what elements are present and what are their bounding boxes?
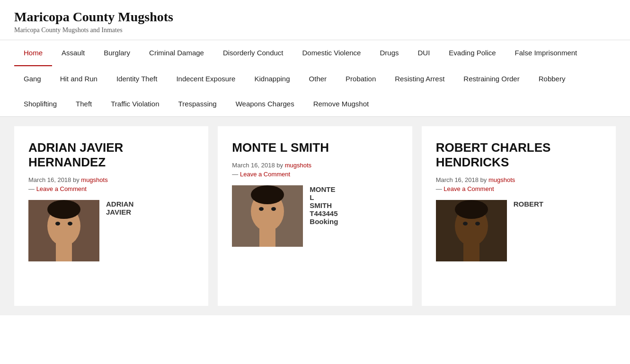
nav-item: Criminal Damage <box>140 40 213 66</box>
nav-link-traffic-violation[interactable]: Traffic Violation <box>101 91 169 116</box>
nav-item: Weapons Charges <box>226 91 304 116</box>
mugshot-card: MONTE L SMITHMarch 16, 2018 by mugshots—… <box>218 126 412 306</box>
nav-item: Probation <box>336 66 385 91</box>
svg-point-4 <box>68 222 72 225</box>
nav-item: Gang <box>14 66 51 91</box>
card-body-text: ROBERT <box>514 200 543 208</box>
nav-item: Evading Police <box>439 40 505 66</box>
card-body-text: ADRIANJAVIER <box>106 200 133 216</box>
svg-point-17 <box>455 200 488 219</box>
nav-link-probation[interactable]: Probation <box>336 66 385 91</box>
nav-item: DUI <box>408 40 439 66</box>
author-link[interactable]: mugshots <box>81 176 107 183</box>
cards-grid: ADRIAN JAVIER HERNANDEZMarch 16, 2018 by… <box>14 126 616 306</box>
nav-item: Disorderly Conduct <box>213 40 293 66</box>
nav-link-drugs[interactable]: Drugs <box>370 40 408 65</box>
card-date: March 16, 2018 <box>436 176 479 183</box>
nav-item: Remove Mugshot <box>304 91 379 116</box>
nav-link-dui[interactable]: DUI <box>408 40 439 65</box>
card-body: ADRIANJAVIER <box>28 200 194 261</box>
card-comment: — Leave a Comment <box>436 185 602 192</box>
site-title: Maricopa County Mugshots <box>14 9 616 25</box>
nav-link-burglary[interactable]: Burglary <box>94 40 140 65</box>
content-area: ADRIAN JAVIER HERNANDEZMarch 16, 2018 by… <box>0 117 630 315</box>
card-comment: — Leave a Comment <box>232 171 398 178</box>
nav-link-disorderly-conduct[interactable]: Disorderly Conduct <box>213 40 293 65</box>
nav-item: Assault <box>52 40 94 66</box>
site-subtitle: Maricopa County Mugshots and Inmates <box>14 26 616 34</box>
nav-link-criminal-damage[interactable]: Criminal Damage <box>140 40 213 65</box>
nav-link-other[interactable]: Other <box>300 66 337 91</box>
svg-point-9 <box>259 207 264 211</box>
main-nav: HomeAssaultBurglaryCriminal DamageDisord… <box>0 40 630 117</box>
nav-item: Home <box>14 40 52 66</box>
nav-link-evading-police[interactable]: Evading Police <box>439 40 505 65</box>
nav-item: Traffic Violation <box>101 91 169 116</box>
nav-link-trespassing[interactable]: Trespassing <box>169 91 226 116</box>
nav-link-restraining-order[interactable]: Restraining Order <box>454 66 529 91</box>
nav-item: Resisting Arrest <box>385 66 454 91</box>
mugshot-image <box>232 185 303 247</box>
mugshot-image <box>436 200 507 261</box>
nav-link-weapons-charges[interactable]: Weapons Charges <box>226 91 304 116</box>
mugshot-card: ADRIAN JAVIER HERNANDEZMarch 16, 2018 by… <box>14 126 208 306</box>
leave-comment-link[interactable]: Leave a Comment <box>240 171 290 178</box>
nav-link-identity-theft[interactable]: Identity Theft <box>107 66 167 91</box>
nav-link-kidnapping[interactable]: Kidnapping <box>245 66 299 91</box>
card-date: March 16, 2018 <box>232 162 275 169</box>
leave-comment-link[interactable]: Leave a Comment <box>36 185 87 192</box>
svg-point-10 <box>271 207 276 211</box>
nav-item: Indecent Exposure <box>167 66 245 91</box>
card-meta: March 16, 2018 by mugshots <box>436 176 602 183</box>
comment-sep: — <box>232 171 238 178</box>
site-header: Maricopa County Mugshots Maricopa County… <box>0 0 630 40</box>
card-meta: March 16, 2018 by mugshots <box>232 162 398 169</box>
card-body-text: MONTELSMITHT443445Booking <box>310 185 338 225</box>
svg-point-3 <box>55 222 60 225</box>
nav-link-resisting-arrest[interactable]: Resisting Arrest <box>385 66 454 91</box>
nav-menu: HomeAssaultBurglaryCriminal DamageDisord… <box>14 40 616 116</box>
author-link[interactable]: mugshots <box>488 176 515 183</box>
nav-link-home[interactable]: Home <box>14 40 52 66</box>
card-meta: March 16, 2018 by mugshots <box>28 176 194 183</box>
nav-item: Drugs <box>370 40 408 66</box>
card-body: MONTELSMITHT443445Booking <box>232 185 398 247</box>
nav-link-false-imprisonment[interactable]: False Imprisonment <box>506 40 587 65</box>
author-link[interactable]: mugshots <box>285 162 311 169</box>
leave-comment-link[interactable]: Leave a Comment <box>444 185 494 192</box>
mugshot-image <box>28 200 99 261</box>
nav-item: Trespassing <box>169 91 226 116</box>
card-title: ROBERT CHARLES HENDRICKS <box>436 140 602 170</box>
nav-item: Kidnapping <box>245 66 299 91</box>
nav-item: False Imprisonment <box>506 40 587 66</box>
mugshot-card: ROBERT CHARLES HENDRICKSMarch 16, 2018 b… <box>422 126 616 306</box>
svg-point-16 <box>475 222 480 225</box>
nav-item: Other <box>300 66 337 91</box>
nav-item: Robbery <box>529 66 575 91</box>
svg-point-15 <box>463 222 468 225</box>
nav-item: Hit and Run <box>51 66 107 91</box>
card-comment: — Leave a Comment <box>28 185 194 192</box>
card-date: March 16, 2018 <box>28 176 71 183</box>
comment-sep: — <box>28 185 35 192</box>
nav-item: Restraining Order <box>454 66 529 91</box>
card-body: ROBERT <box>436 200 602 261</box>
comment-sep: — <box>436 185 442 192</box>
nav-link-shoplifting[interactable]: Shoplifting <box>14 91 66 116</box>
nav-item: Shoplifting <box>14 91 66 116</box>
nav-item: Domestic Violence <box>293 40 371 66</box>
nav-item: Burglary <box>94 40 140 66</box>
card-title: ADRIAN JAVIER HERNANDEZ <box>28 140 194 170</box>
nav-link-assault[interactable]: Assault <box>52 40 94 65</box>
nav-link-hit-and-run[interactable]: Hit and Run <box>51 66 107 91</box>
nav-link-gang[interactable]: Gang <box>14 66 51 91</box>
nav-link-domestic-violence[interactable]: Domestic Violence <box>293 40 371 65</box>
svg-point-11 <box>251 185 284 204</box>
nav-link-robbery[interactable]: Robbery <box>529 66 575 91</box>
nav-link-indecent-exposure[interactable]: Indecent Exposure <box>167 66 245 91</box>
svg-point-5 <box>47 200 80 219</box>
nav-item: Identity Theft <box>107 66 167 91</box>
nav-item: Theft <box>66 91 101 116</box>
nav-link-theft[interactable]: Theft <box>66 91 101 116</box>
nav-link-remove-mugshot[interactable]: Remove Mugshot <box>304 91 379 116</box>
